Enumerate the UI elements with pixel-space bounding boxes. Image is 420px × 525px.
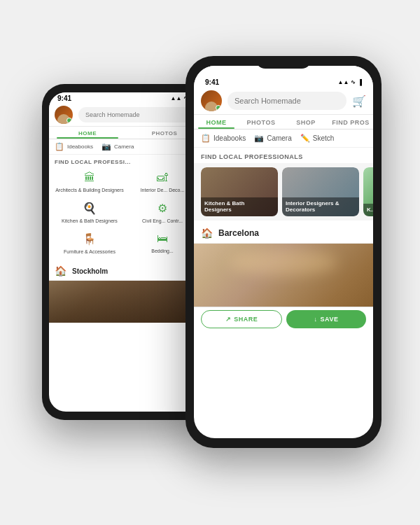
front-avatar[interactable] <box>201 90 222 111</box>
front-city-image <box>194 244 373 307</box>
front-bottom-bar: ↗ SHARE ↓ SAVE <box>194 307 373 331</box>
front-tab-findpros[interactable]: FIND PROS <box>328 115 373 129</box>
save-label: SAVE <box>321 316 339 323</box>
cart-icon[interactable]: 🛒 <box>352 94 366 108</box>
back-city-header: 🏠 Stockholm <box>49 262 203 281</box>
front-notch <box>255 56 312 69</box>
front-ideabooks-label: Ideabooks <box>214 134 246 142</box>
save-button[interactable]: ↓ SAVE <box>286 310 366 328</box>
front-tab-shop[interactable]: SHOP <box>284 115 328 129</box>
front-sketch-icon: ✏️ <box>300 134 310 143</box>
front-pro-cards: Kitchen & BathDesigners Interior Designe… <box>194 163 373 220</box>
front-sketch-label: Sketch <box>313 134 335 142</box>
front-search-input[interactable] <box>227 92 346 110</box>
back-phone: 9:41 ▲▲ ∿ ▐ HOME PHOTOS 📋 Ideabooks <box>42 84 210 420</box>
back-furniture-icon: 🪑 <box>83 232 97 246</box>
back-camera[interactable]: 📷 Camera <box>102 142 134 151</box>
back-categories: 🏛 Architects & Building Designers 🛋 Inte… <box>49 167 203 259</box>
front-status-icons: ▲▲ ∿ ▐ <box>337 79 362 85</box>
back-app-header <box>49 104 203 127</box>
front-battery-icon: ▐ <box>358 79 362 85</box>
front-sketch[interactable]: ✏️ Sketch <box>300 134 335 143</box>
save-icon: ↓ <box>314 316 318 323</box>
front-city-header: 🏠 Barcelona <box>194 223 373 244</box>
back-architects-label: Architects & Building Designers <box>55 187 124 193</box>
front-phone: 9:41 ▲▲ ∿ ▐ 🛒 HOME PHOTOS SHOP FIND PROS <box>186 56 382 448</box>
back-interior-label: Interior De... Deco... <box>141 187 185 193</box>
front-status-bar: 9:41 ▲▲ ∿ ▐ <box>194 66 373 88</box>
back-ideabooks[interactable]: 📋 Ideabooks <box>55 142 93 151</box>
front-pro-card-interior[interactable]: Interior Designers &Decorators <box>282 167 359 216</box>
front-pro-card-kitchen[interactable]: Kitchen & BathDesigners <box>201 167 278 216</box>
front-nav-tabs: HOME PHOTOS SHOP FIND PROS <box>194 115 373 130</box>
front-room-image <box>194 244 373 307</box>
front-ideabooks-icon: 📋 <box>201 134 211 143</box>
back-bedding-icon: 🛏 <box>157 232 168 245</box>
back-cat-architects[interactable]: 🏛 Architects & Building Designers <box>53 169 126 196</box>
back-architects-icon: 🏛 <box>84 172 95 184</box>
front-pro-card-kitchen-label: Kitchen & BathDesigners <box>201 197 278 216</box>
back-status-bar: 9:41 ▲▲ ∿ ▐ <box>49 92 203 104</box>
front-quick-actions: 📋 Ideabooks 📷 Camera ✏️ Sketch <box>194 130 373 148</box>
front-tab-photos[interactable]: PHOTOS <box>239 115 284 129</box>
front-tab-home[interactable]: HOME <box>194 115 239 129</box>
front-pro-card-extra-label: K... <box>363 204 373 216</box>
back-city-overlay <box>49 281 203 323</box>
share-button[interactable]: ↗ SHARE <box>201 310 282 328</box>
front-city-name: Barcelona <box>218 228 259 238</box>
back-cat-kitchen[interactable]: 🍳 Kitchen & Bath Designers <box>53 199 126 227</box>
back-bedding-label: Bedding... <box>151 248 174 254</box>
back-tab-home[interactable]: HOME <box>49 127 126 139</box>
front-city-icon: 🏠 <box>201 227 213 239</box>
back-interior-icon: 🛋 <box>157 172 168 184</box>
back-civil-icon: ⚙ <box>158 202 167 215</box>
back-quick-actions: 📋 Ideabooks 📷 Camera <box>49 139 203 155</box>
front-section-header: FIND LOCAL PROFESSIONALS <box>194 148 373 163</box>
back-city-name: Stockholm <box>72 267 108 275</box>
share-label: SHARE <box>234 316 258 323</box>
front-pro-card-extra[interactable]: K... <box>363 167 373 216</box>
back-section-header: FIND LOCAL PROFESSI... <box>49 155 203 167</box>
back-camera-label: Camera <box>114 144 134 150</box>
front-camera-icon: 📷 <box>254 134 264 143</box>
back-ideabooks-label: Ideabooks <box>67 144 93 150</box>
front-wifi-icon: ∿ <box>351 79 356 85</box>
back-city-icon: 🏠 <box>55 265 66 276</box>
back-avatar-online-dot <box>66 118 72 123</box>
front-phone-screen: 9:41 ▲▲ ∿ ▐ 🛒 HOME PHOTOS SHOP FIND PROS <box>194 66 373 438</box>
back-time: 9:41 <box>57 94 71 102</box>
front-app-header: 🛒 <box>194 88 373 115</box>
front-camera-label: Camera <box>267 134 292 142</box>
back-kitchen-label: Kitchen & Bath Designers <box>62 218 118 224</box>
front-pro-card-interior-label: Interior Designers &Decorators <box>282 197 359 216</box>
back-camera-icon: 📷 <box>102 142 111 151</box>
back-signal-icon: ▲▲ <box>170 95 181 102</box>
back-civil-label: Civil Eng... Contr... <box>142 218 183 224</box>
back-city-image <box>49 281 203 323</box>
back-search-input[interactable] <box>78 107 197 122</box>
front-time: 9:41 <box>205 78 219 86</box>
front-signal-icon: ▲▲ <box>337 79 349 85</box>
back-furniture-label: Furniture & Accessories <box>64 248 115 255</box>
front-avatar-online-dot <box>216 105 221 111</box>
back-ideabooks-icon: 📋 <box>55 142 64 151</box>
front-camera[interactable]: 📷 Camera <box>254 134 292 143</box>
front-city-section: 🏠 Barcelona <box>194 223 373 307</box>
back-avatar <box>55 106 73 124</box>
back-nav-tabs: HOME PHOTOS <box>49 127 203 139</box>
back-cat-furniture[interactable]: 🪑 Furniture & Accessories <box>53 230 126 258</box>
back-kitchen-icon: 🍳 <box>83 202 97 215</box>
back-city-section: 🏠 Stockholm <box>49 262 203 323</box>
back-phone-screen: 9:41 ▲▲ ∿ ▐ HOME PHOTOS 📋 Ideabooks <box>49 92 203 412</box>
share-icon: ↗ <box>225 316 232 323</box>
front-ideabooks[interactable]: 📋 Ideabooks <box>201 134 246 143</box>
